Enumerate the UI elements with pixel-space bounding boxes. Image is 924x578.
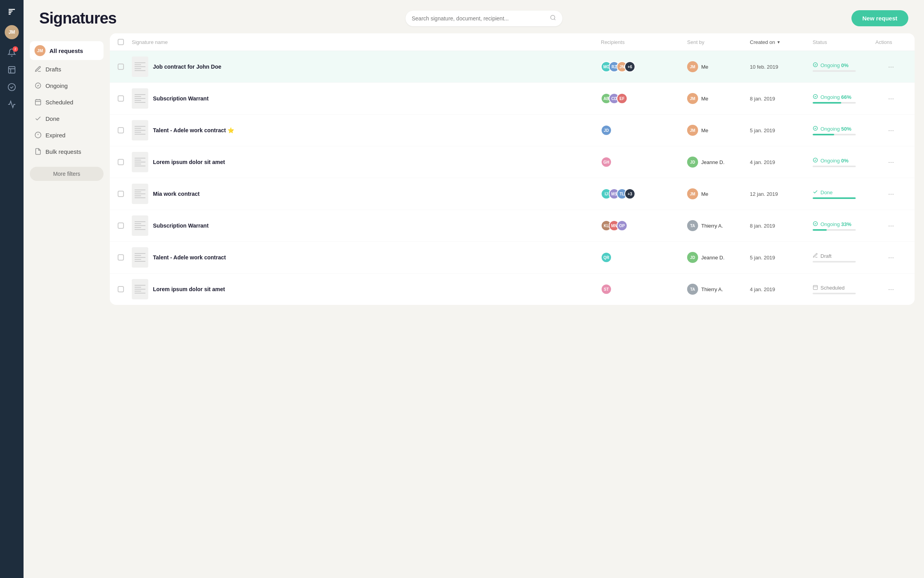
progress-bar: [813, 102, 856, 104]
recipients-cell: IJMSTL+3: [601, 188, 687, 199]
sent-by-avatar: JM: [687, 93, 698, 104]
select-all-checkbox[interactable]: [118, 39, 124, 45]
table-area: Signature name Recipients Sent by Create…: [110, 33, 924, 578]
nav-icon-notifications[interactable]: 2: [5, 46, 19, 60]
sent-by-cell: JM Me: [687, 93, 750, 104]
row-checkbox[interactable]: [118, 127, 124, 133]
doc-name: Subscription Warrant: [153, 222, 209, 229]
actions-cell: ···: [875, 61, 907, 73]
date-cell: 4 jan. 2019: [750, 286, 813, 292]
doc-line: [135, 102, 146, 103]
row-actions-button[interactable]: ···: [885, 220, 897, 232]
table-row: Subscription Warrant ABCDEF JM Me 8 jan.…: [110, 83, 915, 115]
table-row: Mia work contract IJMSTL+3 JM Me 12 jan.…: [110, 178, 915, 210]
extra-recipients-count: +6: [624, 61, 635, 72]
status-label: Ongoing 0%: [813, 157, 875, 164]
svg-rect-9: [813, 285, 818, 290]
row-checkbox-wrap: [118, 95, 132, 102]
sidebar-item-scheduled[interactable]: Scheduled: [30, 95, 104, 109]
row-actions-button[interactable]: ···: [885, 188, 897, 200]
doc-line: [135, 225, 146, 226]
doc-line: [135, 193, 146, 194]
row-actions-button[interactable]: ···: [885, 284, 897, 295]
nav-icon-sign[interactable]: [5, 80, 19, 94]
actions-cell: ···: [875, 125, 907, 136]
row-checkbox[interactable]: [118, 191, 124, 197]
sidebar-item-ongoing[interactable]: Ongoing: [30, 78, 104, 93]
actions-cell: ···: [875, 93, 907, 104]
col-sent-by: Sent by: [687, 39, 750, 45]
doc-lines: [135, 158, 146, 166]
nav-icon-docs[interactable]: [5, 63, 19, 77]
row-checkbox[interactable]: [118, 254, 124, 261]
sidebar-avatar: JM: [35, 45, 45, 56]
doc-line: [135, 291, 141, 292]
doc-line: [135, 128, 141, 129]
doc-line: [135, 259, 141, 260]
doc-line: [135, 195, 141, 196]
progress-bar: [813, 134, 856, 135]
recipients-cell: KLMNOP: [601, 220, 687, 231]
doc-line: [135, 62, 146, 63]
row-checkbox-wrap: [118, 254, 132, 261]
progress-fill: [813, 134, 834, 135]
status-text: Draft: [820, 253, 831, 259]
notification-badge: 2: [13, 46, 18, 52]
doc-thumbnail: [132, 215, 148, 236]
doc-cell: Subscription Warrant: [132, 215, 601, 236]
nav-logo: [5, 5, 19, 19]
sent-by-name: Thierry A.: [701, 286, 723, 292]
table-row: Lorem ipsum dolor sit amet GH JD Jeanne …: [110, 146, 915, 178]
row-checkbox[interactable]: [118, 222, 124, 229]
row-checkbox[interactable]: [118, 95, 124, 102]
recipients-cell: QR: [601, 252, 687, 263]
svg-rect-2: [35, 100, 41, 105]
nav-icon-analytics[interactable]: [5, 97, 19, 111]
sidebar-item-drafts[interactable]: Drafts: [30, 62, 104, 77]
row-actions-button[interactable]: ···: [885, 61, 897, 73]
sent-by-avatar: JD: [687, 157, 698, 168]
status-icon: [813, 189, 818, 196]
doc-name: Subscription Warrant: [153, 95, 209, 102]
sort-arrow-icon: ▼: [777, 40, 780, 44]
status-cell: Ongoing 50%: [813, 126, 875, 135]
row-checkbox[interactable]: [118, 286, 124, 292]
sent-by-cell: JM Me: [687, 125, 750, 136]
row-checkbox[interactable]: [118, 159, 124, 165]
doc-line: [135, 261, 146, 262]
row-checkbox-wrap: [118, 127, 132, 133]
doc-line: [135, 227, 141, 228]
doc-thumbnail: [132, 279, 148, 299]
sent-by-name: Jeanne D.: [701, 255, 724, 261]
sidebar-label-expired: Expired: [45, 132, 65, 139]
sent-by-name: Me: [701, 191, 708, 197]
nav-avatar-main[interactable]: JM: [5, 25, 19, 39]
row-checkbox[interactable]: [118, 64, 124, 70]
more-filters-button[interactable]: More filters: [30, 167, 104, 181]
status-text: Ongoing 0%: [820, 62, 849, 68]
status-cell: Ongoing 0%: [813, 62, 875, 72]
doc-thumbnail: [132, 152, 148, 172]
new-request-button[interactable]: New request: [851, 10, 908, 26]
sidebar-item-done[interactable]: Done: [30, 111, 104, 126]
status-icon: [813, 62, 818, 69]
doc-line: [135, 229, 146, 230]
status-icon: [813, 126, 818, 132]
row-actions-button[interactable]: ···: [885, 252, 897, 263]
col-created-on[interactable]: Created on ▼: [750, 39, 813, 45]
doc-line: [135, 191, 141, 192]
row-actions-button[interactable]: ···: [885, 125, 897, 136]
sent-by-cell: JD Jeanne D.: [687, 157, 750, 168]
status-text: Ongoing 66%: [820, 94, 851, 100]
row-actions-button[interactable]: ···: [885, 157, 897, 168]
doc-lines: [135, 94, 146, 103]
search-input[interactable]: [412, 15, 547, 22]
progress-bar: [813, 166, 856, 167]
doc-line: [135, 126, 146, 127]
row-actions-button[interactable]: ···: [885, 93, 897, 104]
actions-cell: ···: [875, 157, 907, 168]
sidebar-item-all-requests[interactable]: JM All requests: [30, 41, 104, 60]
sidebar-item-bulk[interactable]: Bulk requests: [30, 144, 104, 159]
doc-line: [135, 130, 146, 131]
sidebar-item-expired[interactable]: Expired: [30, 128, 104, 142]
